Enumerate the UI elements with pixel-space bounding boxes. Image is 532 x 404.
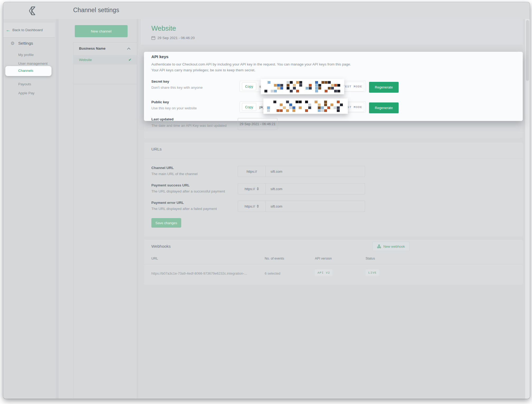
sidebar: ← Back to Dashboard ⚙ Settings My profil… xyxy=(3,19,56,399)
sidebar-item-user-management[interactable]: User management xyxy=(18,62,48,65)
scrollbar[interactable] xyxy=(525,19,530,399)
last-updated-label: Last updated xyxy=(151,117,174,121)
payment-success-url-value: sift.com xyxy=(270,187,282,191)
chevron-up-icon xyxy=(127,48,130,51)
last-updated-hint: The date and time an API Key was last up… xyxy=(151,124,226,128)
channel-list-header[interactable]: Business Name xyxy=(73,42,137,55)
payment-success-url-hint: The URL displayed after a successful pay… xyxy=(151,189,225,193)
channel-name: Website xyxy=(79,58,92,62)
payment-success-url-input[interactable]: https:// sift.com xyxy=(238,183,365,194)
channel-header: Website 29 Sep 2021 - 06:46:20 xyxy=(141,19,523,45)
webhook-events-cell: 6 selected xyxy=(265,271,280,275)
public-key-hint: Use this key on your website xyxy=(151,106,197,110)
urls-section: URLs Channel URL The main URL of the cha… xyxy=(144,143,523,237)
arrow-left-icon: ← xyxy=(6,27,10,33)
last-updated-value: 29 Sep 2021 - 06:46:21 xyxy=(238,118,277,130)
sidebar-item-payouts[interactable]: Payouts xyxy=(18,82,31,86)
public-key-label: Public key xyxy=(151,100,169,104)
channel-url-hint: The main URL of the channel xyxy=(151,172,198,176)
channel-list-item-website[interactable]: Website ✔ xyxy=(73,56,137,64)
calendar-icon xyxy=(151,36,155,40)
channel-url-value: sift.com xyxy=(270,170,282,173)
channel-title: Website xyxy=(151,24,176,32)
back-label: Back to Dashboard xyxy=(12,28,43,32)
webhooks-title: Webhooks xyxy=(151,244,171,249)
divider xyxy=(73,84,137,84)
test-mode-badge: TEST MODE xyxy=(341,82,364,91)
checkout-logo-icon xyxy=(27,5,39,16)
protocol-prefix: https:// xyxy=(238,166,266,177)
gear-icon: ⚙ xyxy=(11,41,15,46)
new-webhook-label: New webhook xyxy=(383,245,405,248)
save-changes-button[interactable]: Save changes xyxy=(151,218,181,228)
new-webhook-button[interactable]: New webhook xyxy=(372,242,409,251)
sidebar-item-my-profile[interactable]: My profile xyxy=(18,53,34,57)
payment-success-url-label: Payment success URL xyxy=(151,183,190,187)
top-bar: Channel settings xyxy=(3,2,530,19)
api-version-badge: API V2 xyxy=(315,269,333,276)
secret-key-redaction-overlay xyxy=(261,79,344,94)
regenerate-secret-key-button[interactable]: Regenerate xyxy=(369,82,399,93)
webhook-icon xyxy=(377,244,381,248)
divider xyxy=(144,158,523,159)
channel-list-panel xyxy=(73,42,137,399)
page-title: Channel settings xyxy=(73,7,119,14)
sidebar-item-apple-pay[interactable]: Apple Pay xyxy=(18,91,35,95)
column-header-api-version: API version xyxy=(315,257,332,260)
payment-error-url-label: Payment error URL xyxy=(151,201,184,205)
select-arrows-icon xyxy=(257,187,259,190)
protocol-select[interactable]: https:// xyxy=(238,201,266,212)
payment-error-url-value: sift.com xyxy=(270,204,282,208)
column-header-url: URL xyxy=(151,257,158,260)
main-content: Website 29 Sep 2021 - 06:46:20 API keys … xyxy=(138,19,525,399)
secret-key-label: Secret key xyxy=(151,79,169,83)
column-header-events: No. of events xyxy=(265,257,284,260)
sidebar-item-channels[interactable]: Channels xyxy=(18,69,33,73)
secret-key-hint: Don't share this key with anyone xyxy=(151,86,203,90)
webhook-url-cell: https://b07a3c1e-73a9-4edf-8066-973679e6… xyxy=(151,271,247,275)
channel-url-input[interactable]: https:// sift.com xyxy=(238,166,365,177)
payment-error-url-hint: The URL displayed after a failed payment xyxy=(151,207,217,211)
check-icon: ✔ xyxy=(128,58,132,62)
api-keys-title: API keys xyxy=(151,54,169,59)
channel-created-row: 29 Sep 2021 - 06:46:20 xyxy=(151,36,195,40)
divider xyxy=(144,264,523,264)
select-arrows-icon xyxy=(257,205,259,208)
api-keys-description-2: Your API keys carry many privileges; be … xyxy=(151,68,255,72)
urls-title: URLs xyxy=(151,147,162,152)
business-name-header: Business Name xyxy=(79,46,106,50)
settings-label: Settings xyxy=(18,41,33,46)
created-timestamp: 29 Sep 2021 - 06:46:20 xyxy=(157,36,195,40)
column-header-status: Status xyxy=(366,257,375,260)
channel-url-label: Channel URL xyxy=(151,166,174,170)
api-keys-section: API keys Authenticate to our Checkout.co… xyxy=(144,52,523,138)
api-keys-description-1: Authenticate to our Checkout.com API by … xyxy=(151,62,351,66)
channel-list-column: New channel Business Name Website ✔ xyxy=(59,19,137,399)
app-window: Channel settings ← Back to Dashboard ⚙ S… xyxy=(3,2,530,399)
settings-section-header: ⚙ Settings xyxy=(3,40,56,48)
new-channel-button[interactable]: New channel xyxy=(75,25,128,37)
screen: Channel settings ← Back to Dashboard ⚙ S… xyxy=(0,0,532,404)
copy-secret-key-button[interactable]: Copy xyxy=(242,82,256,90)
webhooks-section: Webhooks New webhook URL No. of events A… xyxy=(144,240,523,285)
scrollbar-thumb[interactable] xyxy=(526,20,529,81)
protocol-select[interactable]: https:// xyxy=(238,184,266,194)
status-badge: LIVE xyxy=(366,269,379,276)
payment-error-url-input[interactable]: https:// sift.com xyxy=(238,201,365,212)
back-to-dashboard-link[interactable]: ← Back to Dashboard xyxy=(3,23,55,37)
copy-public-key-button[interactable]: Copy xyxy=(242,103,256,111)
public-key-redaction-overlay xyxy=(263,98,348,114)
divider xyxy=(56,19,59,399)
regenerate-public-key-button[interactable]: Regenerate xyxy=(369,102,399,113)
